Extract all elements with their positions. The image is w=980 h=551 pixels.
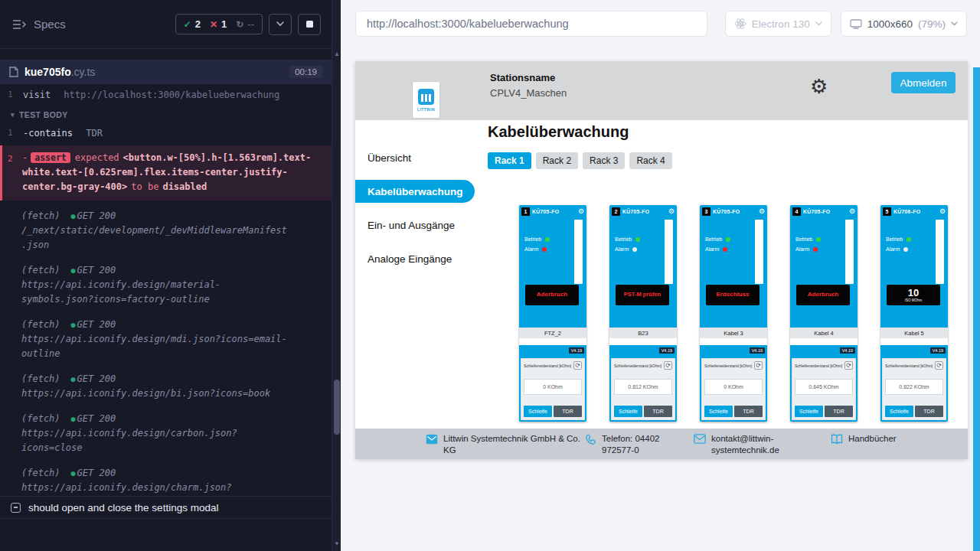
chevron-down-icon	[815, 21, 822, 26]
device-settings-icon[interactable]: ⚙	[668, 208, 675, 215]
page-title: Kabelüberwachung	[488, 123, 968, 141]
device-model: KÜ705-FO	[622, 209, 668, 214]
resistance-label: Schleifenwiderstand [kOhm]	[704, 364, 752, 368]
footer-manuals[interactable]: Handbücher	[831, 433, 897, 445]
viewport-select[interactable]: 1000x660 (79%)	[841, 11, 967, 37]
cable-input[interactable]	[519, 338, 586, 345]
status-display[interactable]: Erdschluss	[706, 285, 760, 305]
command-contains[interactable]: 1 -contains TDR	[0, 124, 332, 142]
reporter-scrollbar[interactable]: ▲ ▼	[332, 0, 341, 551]
pending-count: ↻--	[236, 18, 254, 30]
schleife-button[interactable]: Schleife	[795, 406, 823, 417]
failed-assert-command[interactable]: 2-assertexpected<button.w-[50%].h-[1.563…	[0, 145, 332, 201]
refresh-icon[interactable]: ⟳	[844, 361, 853, 370]
settings-gear-icon[interactable]: ⚙	[810, 77, 828, 96]
stop-run-button[interactable]	[298, 14, 321, 35]
device-card: 3 KÜ705-FO ⚙ Betrieb Ala	[700, 205, 767, 422]
refresh-icon[interactable]: ⟳	[935, 361, 943, 370]
sidebar-item-ein-und-ausgaenge[interactable]: Ein- und Ausgänge	[355, 214, 475, 236]
footer-email[interactable]: kontakt@littwin-systemtechnik.de	[694, 433, 811, 456]
version-row: V4.19	[880, 345, 948, 355]
fetch-log-entry[interactable]: (fetch) ● GET 200 https://api.iconify.de…	[0, 367, 332, 406]
device-cards: 1 KÜ705-FO ⚙ Betrieb Ala	[488, 205, 968, 422]
firmware-version: V4.19	[569, 347, 584, 354]
cable-input[interactable]	[609, 338, 677, 345]
fetch-log-entry[interactable]: (fetch) ● GET 200 https://api.iconify.de…	[0, 312, 332, 367]
tdr-button[interactable]: TDR	[644, 406, 672, 417]
status-text: Erdschluss	[716, 292, 749, 298]
collapse-all-button[interactable]	[269, 14, 292, 35]
version-row: V4.19	[519, 345, 586, 355]
schleife-button[interactable]: Schleife	[885, 406, 913, 417]
device-card-header: 5 KÜ706-FO ⚙	[880, 205, 948, 217]
refresh-icon[interactable]: ⟳	[664, 361, 672, 370]
scrollbar-thumb[interactable]	[334, 380, 340, 435]
viewport-dimensions: 1000x660	[867, 18, 913, 30]
fetch-label: (fetch)	[21, 318, 60, 332]
cable-input[interactable]	[880, 338, 948, 345]
alarm-row: Alarm	[524, 246, 547, 252]
command-visit[interactable]: 1 visit http://localhost:3000/kabelueber…	[0, 86, 332, 104]
schleife-button[interactable]: Schleife	[614, 406, 642, 417]
station-info: Stationsname CPLV4_Maschen	[490, 72, 567, 99]
command-number: 1	[8, 126, 13, 140]
browser-select[interactable]: Electron 130	[725, 11, 831, 37]
status-display[interactable]: Aderbruch	[796, 285, 850, 305]
reporter-controls: ✓2 ✕1 ↻--	[175, 14, 321, 35]
alarm-row: Alarm	[705, 246, 727, 252]
tdr-button[interactable]: TDR	[734, 406, 763, 417]
status-display[interactable]: 10 ISO MOhm	[887, 285, 940, 305]
tab-rack-3[interactable]: Rack 3	[583, 152, 625, 169]
tdr-button[interactable]: TDR	[554, 406, 582, 417]
alarm-led	[723, 247, 727, 252]
device-settings-icon[interactable]: ⚙	[578, 208, 584, 215]
device-settings-icon[interactable]: ⚙	[939, 208, 946, 215]
next-test-row[interactable]: should open and close the settings modal	[0, 496, 332, 519]
status-display[interactable]: PST-M prüfen	[616, 285, 669, 305]
sidebar-item-uebersicht[interactable]: Übersicht	[355, 146, 475, 169]
device-card-header: 2 KÜ705-FO ⚙	[609, 205, 677, 217]
fetch-log-entry[interactable]: (fetch) ● GET 200 https://api.iconify.de…	[0, 406, 332, 461]
cable-name: Kabel 4	[790, 328, 858, 338]
status-unit: ISO MOhm	[905, 298, 923, 302]
fetch-log-entry[interactable]: (fetch) ● GET 200 https://api.iconify.de…	[0, 258, 332, 312]
tab-rack-1[interactable]: Rack 1	[488, 152, 531, 169]
success-dot-icon: ●	[71, 372, 76, 386]
status-text: 10	[908, 288, 919, 298]
cable-input[interactable]	[700, 338, 767, 345]
fetch-label: (fetch)	[21, 466, 60, 481]
device-settings-icon[interactable]: ⚙	[849, 208, 855, 215]
fetch-label: (fetch)	[21, 372, 60, 386]
specs-toggle[interactable]: Specs	[12, 18, 66, 31]
device-settings-icon[interactable]: ⚙	[759, 208, 765, 215]
alarm-row: Alarm	[615, 246, 637, 252]
sidebar-item-kabelueberwachung[interactable]: Kabelüberwachung	[355, 180, 475, 203]
test-body-section[interactable]: ▾ TEST BODY	[0, 104, 332, 124]
url-input[interactable]	[355, 11, 707, 37]
tdr-button[interactable]: TDR	[915, 406, 943, 417]
tab-rack-4[interactable]: Rack 4	[629, 152, 671, 169]
status-display[interactable]: Aderbruch	[525, 285, 579, 305]
schleife-button[interactable]: Schleife	[704, 406, 733, 417]
fetch-label: (fetch)	[21, 412, 60, 426]
refresh-icon[interactable]: ⟳	[573, 361, 582, 370]
success-dot-icon: ●	[71, 209, 76, 223]
device-card: 4 KÜ705-FO ⚙ Betrieb Ala	[790, 205, 858, 422]
spec-file-header[interactable]: kue705fo.cy.ts 00:19	[0, 60, 332, 84]
alarm-led	[632, 247, 637, 252]
tdr-button[interactable]: TDR	[825, 406, 853, 417]
spec-extension: .cy.ts	[71, 66, 96, 78]
firmware-version: V4.19	[659, 347, 675, 354]
fetch-status: GET 200	[77, 318, 116, 332]
sidebar-item-analoge-eingaenge[interactable]: Analoge Eingänge	[355, 247, 475, 270]
command-name: -contains	[23, 128, 73, 139]
schleife-button[interactable]: Schleife	[524, 406, 552, 417]
cable-input[interactable]	[790, 338, 858, 345]
version-row: V4.19	[790, 345, 858, 355]
logout-button[interactable]: Abmelden	[891, 72, 956, 93]
right-edge-scrollbar[interactable]	[973, 67, 980, 551]
fetch-log-entry[interactable]: (fetch) ● GET 200 /_next/static/developm…	[0, 204, 332, 258]
led-panel	[936, 220, 944, 284]
tab-rack-2[interactable]: Rack 2	[536, 152, 578, 169]
refresh-icon[interactable]: ⟳	[754, 361, 763, 370]
